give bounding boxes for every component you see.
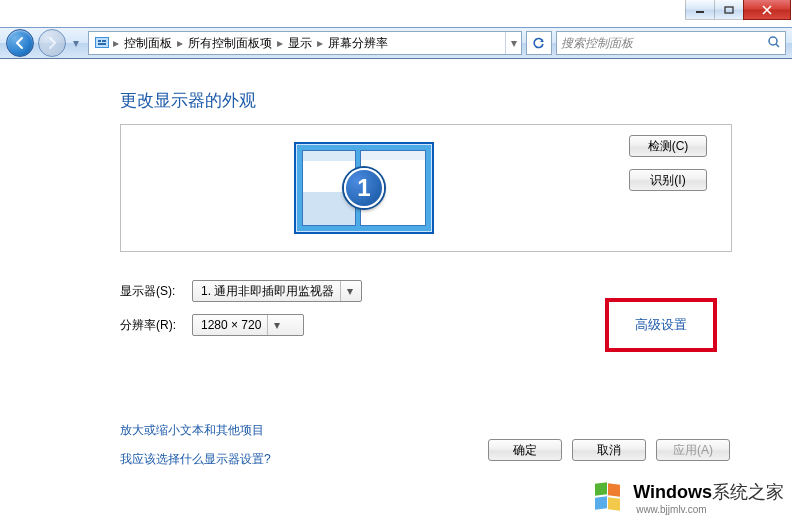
chevron-down-icon: ▾ — [267, 315, 280, 335]
advanced-settings-link[interactable]: 高级设置 — [635, 317, 687, 332]
close-button[interactable] — [743, 0, 791, 20]
nav-history-dropdown[interactable]: ▾ — [70, 29, 82, 57]
search-placeholder: 搜索控制面板 — [561, 35, 633, 52]
chevron-right-icon: ▸ — [112, 36, 120, 50]
breadcrumb[interactable]: ▸ 控制面板 ▸ 所有控制面板项 ▸ 显示 ▸ 屏幕分辨率 ▾ — [88, 31, 522, 55]
resolution-label: 分辨率(R): — [120, 308, 192, 342]
breadcrumb-dropdown[interactable]: ▾ — [505, 32, 521, 54]
svg-rect-1 — [725, 7, 733, 13]
content-area: 更改显示器的外观 1 检测(C) 识别(I) 显示器(S): 1. 通用非即插即… — [0, 59, 792, 521]
svg-point-7 — [769, 37, 777, 45]
breadcrumb-item[interactable]: 所有控制面板项 — [184, 35, 276, 52]
minimize-button[interactable] — [685, 0, 715, 20]
chevron-right-icon: ▸ — [276, 36, 284, 50]
back-button[interactable] — [6, 29, 34, 57]
resolution-select[interactable]: 1280 × 720 ▾ — [192, 314, 304, 336]
breadcrumb-item[interactable]: 控制面板 — [120, 35, 176, 52]
text-scaling-link[interactable]: 放大或缩小文本和其他项目 — [120, 422, 732, 439]
svg-line-8 — [776, 44, 779, 47]
cancel-button[interactable]: 取消 — [572, 439, 646, 461]
maximize-button[interactable] — [714, 0, 744, 20]
ok-button[interactable]: 确定 — [488, 439, 562, 461]
chevron-down-icon: ▾ — [340, 281, 353, 301]
search-icon — [767, 35, 781, 52]
highlight-annotation: 高级设置 — [605, 298, 717, 352]
breadcrumb-item[interactable]: 显示 — [284, 35, 316, 52]
watermark-brand: Windows — [633, 482, 712, 502]
svg-rect-5 — [102, 40, 106, 42]
watermark-suffix: 系统之家 — [712, 482, 784, 502]
chevron-right-icon: ▸ — [176, 36, 184, 50]
svg-rect-3 — [96, 38, 108, 47]
svg-rect-4 — [98, 40, 101, 42]
monitor-preview[interactable]: 1 — [294, 142, 434, 234]
display-preview-panel: 1 检测(C) 识别(I) — [120, 124, 732, 252]
detect-button[interactable]: 检测(C) — [629, 135, 707, 157]
dialog-footer: 确定 取消 应用(A) — [488, 439, 730, 461]
monitor-number-badge: 1 — [344, 168, 384, 208]
identify-button[interactable]: 识别(I) — [629, 169, 707, 191]
page-title: 更改显示器的外观 — [120, 89, 732, 112]
watermark-url: www.bjjmlv.com — [636, 504, 784, 515]
resolution-select-value: 1280 × 720 — [201, 318, 261, 332]
breadcrumb-item[interactable]: 屏幕分辨率 — [324, 35, 392, 52]
apply-button[interactable]: 应用(A) — [656, 439, 730, 461]
watermark: Windows系统之家 www.bjjmlv.com — [593, 480, 784, 515]
display-select[interactable]: 1. 通用非即插即用监视器 ▾ — [192, 280, 362, 302]
window-title-bar — [0, 0, 792, 27]
display-label: 显示器(S): — [120, 274, 192, 308]
search-input[interactable]: 搜索控制面板 — [556, 31, 786, 55]
display-select-value: 1. 通用非即插即用监视器 — [201, 283, 334, 300]
svg-rect-0 — [696, 11, 704, 13]
svg-rect-6 — [98, 43, 106, 45]
control-panel-icon — [92, 33, 112, 53]
address-bar: ▾ ▸ 控制面板 ▸ 所有控制面板项 ▸ 显示 ▸ 屏幕分辨率 ▾ 搜索控制面板 — [0, 27, 792, 59]
chevron-right-icon: ▸ — [316, 36, 324, 50]
refresh-button[interactable] — [526, 31, 552, 55]
windows-logo-icon — [593, 483, 627, 513]
forward-button[interactable] — [38, 29, 66, 57]
